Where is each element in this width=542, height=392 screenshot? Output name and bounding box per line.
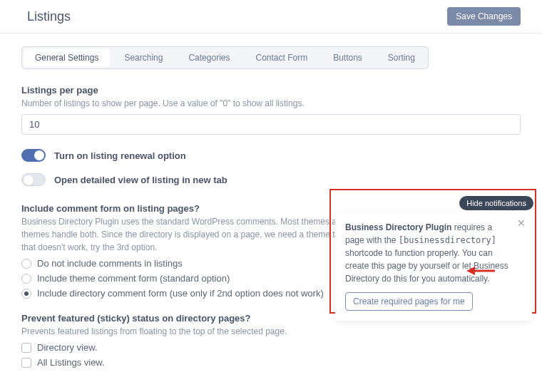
sticky-directory-checkbox[interactable] [21, 343, 31, 353]
tab-sorting[interactable]: Sorting [375, 47, 428, 68]
tab-categories[interactable]: Categories [175, 47, 242, 68]
listings-per-page-label: Listings per page [21, 85, 521, 96]
comment-option-2-radio[interactable] [21, 274, 31, 284]
hide-notifications-button[interactable]: Hide notifications [459, 196, 533, 210]
notification-card: ✕ Business Directory Plugin requires a p… [335, 212, 532, 321]
comment-option-2-label: Include theme comment form (standard opt… [37, 273, 230, 284]
sticky-all-listings-checkbox[interactable] [21, 358, 31, 368]
tab-contact-form[interactable]: Contact Form [242, 47, 320, 68]
comment-option-1-label: Do not include comments in listings [37, 258, 183, 269]
newtab-toggle-label: Open detailed view of listing in new tab [54, 175, 227, 185]
comment-option-1-radio[interactable] [21, 259, 31, 269]
listings-per-page-desc: Number of listings to show per page. Use… [21, 97, 521, 110]
page-title: Listings [27, 9, 71, 24]
newtab-toggle[interactable] [21, 173, 46, 186]
sticky-all-listings-label: All Listings view. [37, 357, 105, 368]
comment-option-3-label: Include directory comment form (use only… [37, 288, 324, 299]
comment-option-3-radio[interactable] [21, 289, 31, 299]
sticky-desc: Prevents featured listings from floating… [21, 325, 521, 338]
sticky-directory-label: Directory view. [37, 342, 98, 353]
tab-buttons[interactable]: Buttons [320, 47, 375, 68]
annotation-arrow-icon [466, 264, 495, 278]
settings-tabs: General Settings Searching Categories Co… [21, 46, 429, 69]
listings-per-page-input[interactable] [21, 114, 521, 135]
renewal-toggle-label: Turn on listing renewal option [54, 150, 186, 161]
renewal-toggle[interactable] [21, 149, 46, 162]
tab-searching[interactable]: Searching [111, 47, 175, 68]
close-icon[interactable]: ✕ [516, 218, 526, 228]
save-changes-button[interactable]: Save Changes [447, 7, 521, 26]
svg-marker-1 [466, 267, 475, 275]
tab-general-settings[interactable]: General Settings [24, 48, 110, 67]
create-pages-button[interactable]: Create required pages for me [345, 292, 473, 311]
